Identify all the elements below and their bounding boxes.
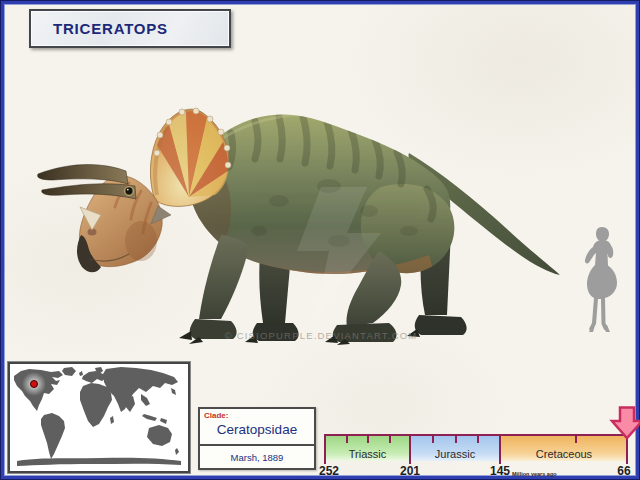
boundary-tick-201: [409, 434, 411, 464]
minor-tick: [575, 436, 577, 443]
human-scale-silhouette: [577, 221, 629, 341]
eye: [124, 186, 133, 195]
watermark-text: © CISIOPURPLE.DEVIANTART.COM: [225, 330, 418, 341]
clade-authority: Marsh, 1889: [200, 452, 314, 463]
minor-tick: [455, 436, 457, 443]
clade-info-box: Clade: Ceratopsidae Marsh, 1889: [198, 407, 316, 470]
minor-tick: [367, 436, 369, 443]
infographic-canvas: TRICERATOPS: [0, 0, 640, 480]
page-background: TRICERATOPS: [5, 5, 635, 475]
title-plate: TRICERATOPS: [29, 9, 231, 48]
period-label: Triassic: [325, 448, 410, 460]
period-label: Cretaceous: [500, 448, 628, 460]
clade-label: Clade:: [204, 411, 228, 420]
minor-tick: [432, 436, 434, 443]
boundary-age-66: 66: [617, 464, 630, 478]
period-label: Jurassic: [410, 448, 500, 460]
boundary-tick-252: [324, 434, 326, 464]
page-title: TRICERATOPS: [53, 20, 168, 37]
brow-horn-far: [38, 165, 128, 184]
geological-timeline: Triassic Jurassic Cretaceous 252 201 145…: [325, 434, 628, 480]
boundary-tick-145: [499, 434, 501, 464]
location-dot-icon: [31, 381, 38, 388]
boundary-age-201: 201: [400, 464, 420, 478]
fossil-location-map: [8, 362, 190, 473]
clade-name: Ceratopsidae: [200, 422, 314, 437]
head: [38, 108, 231, 272]
world-map: [11, 365, 187, 470]
minor-tick: [389, 436, 391, 443]
timeline-unit-label: Million years ago: [512, 471, 557, 477]
time-marker-down-arrow-icon: [609, 406, 640, 440]
minor-tick: [477, 436, 479, 443]
boundary-age-252: 252: [319, 464, 339, 478]
boundary-age-145: 145: [490, 464, 510, 478]
divider: [199, 444, 315, 446]
minor-tick: [346, 436, 348, 443]
triceratops-illustration: © CISIOPURPLE.DEVIANTART.COM: [29, 91, 589, 349]
